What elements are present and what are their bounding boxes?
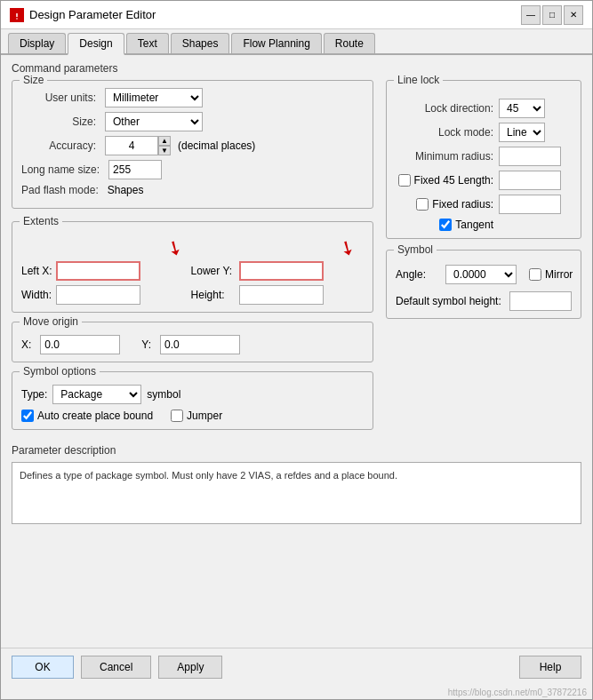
left-x-label: Left X: (21, 265, 52, 277)
move-x-input[interactable]: 0.0 (40, 335, 120, 354)
pad-flash-label: Pad flash mode: (21, 184, 104, 196)
fixed-radius-checkbox-label[interactable]: Fixed radius: (396, 198, 493, 211)
tab-display[interactable]: Display (8, 33, 66, 53)
default-height-row: Default symbol height: 3.8100 (396, 291, 572, 311)
param-desc-box: Defines a type of package symbol. Must o… (12, 462, 581, 524)
move-origin-row: X: 0.0 Y: 0.0 (21, 335, 364, 354)
bottom-bar: OK Cancel Apply Help (1, 648, 592, 686)
symbol-group-title: Symbol (394, 243, 437, 256)
min-radius-label: Minimum radius: (396, 150, 493, 163)
lock-dir-label: Lock direction: (396, 102, 493, 115)
size-row: Size: Other A B C D (21, 112, 364, 131)
minimize-button[interactable]: — (521, 5, 541, 25)
window-title: Design Parameter Editor (29, 8, 156, 21)
lock-dir-select[interactable]: 45 90 Any (499, 99, 545, 118)
content-area: Command parameters Size User units: Mill… (1, 55, 592, 648)
help-button[interactable]: Help (519, 656, 581, 679)
long-name-row: Long name size: 255 (21, 160, 364, 179)
symbol-options-title: Symbol options (20, 365, 100, 378)
left-x-input[interactable]: -100.0000 (56, 261, 140, 281)
type-label: Type: (21, 388, 47, 401)
height-label: Height: (191, 289, 232, 301)
fixed-radius-row: Fixed radius: 0.6350 (396, 195, 572, 214)
long-name-label: Long name size: (21, 163, 105, 176)
title-bar: Design Parameter Editor — □ ✕ (1, 1, 592, 29)
default-height-input[interactable]: 3.8100 (509, 291, 572, 311)
tangent-row: Tangent (396, 219, 572, 231)
size-select[interactable]: Other A B C D (105, 112, 203, 131)
accuracy-down-button[interactable]: ▼ (158, 146, 171, 155)
long-name-input[interactable]: 255 (108, 160, 162, 179)
fixed-radius-checkbox[interactable] (416, 198, 429, 211)
user-units-label: User units: (21, 91, 101, 104)
lower-y-label: Lower Y: (191, 265, 232, 277)
height-input[interactable]: 431.8000 (239, 285, 324, 305)
tangent-checkbox-label[interactable]: Tangent (396, 219, 493, 231)
tab-shapes[interactable]: Shapes (171, 33, 230, 53)
line-lock-group: Line lock Lock direction: 45 90 Any Lock… (386, 80, 581, 239)
left-arrow-icon: ➘ (161, 234, 187, 262)
angle-select[interactable]: 0.0000 45.0000 90.0000 180.0000 (445, 265, 517, 284)
pad-flash-value: Shapes (108, 184, 144, 196)
title-bar-left: Design Parameter Editor (10, 8, 156, 22)
mirror-checkbox-label[interactable]: Mirror (529, 268, 573, 281)
fixed45-checkbox[interactable] (398, 174, 411, 187)
type-suffix: symbol (147, 388, 180, 401)
jumper-label: Jumper (187, 410, 222, 422)
type-select[interactable]: Package Format Mechanical (52, 385, 141, 404)
left-column: Size User units: Millimeter Inch Mils Si… (12, 80, 373, 439)
accuracy-suffix: (decimal places) (178, 139, 255, 152)
accuracy-spinner-buttons: ▲ ▼ (158, 136, 171, 155)
bottom-left-buttons: OK Cancel Apply (12, 656, 222, 679)
move-y-label: Y: (141, 338, 151, 351)
tab-text[interactable]: Text (126, 33, 169, 53)
lock-mode-label: Lock mode: (396, 126, 493, 139)
accuracy-up-button[interactable]: ▲ (158, 136, 171, 146)
fixed-radius-input[interactable]: 0.6350 (499, 195, 561, 214)
cancel-button[interactable]: Cancel (81, 656, 151, 679)
maximize-button[interactable]: □ (542, 5, 562, 25)
fixed45-label: Fixed 45 Length: (414, 174, 493, 187)
right-column: Line lock Lock direction: 45 90 Any Lock… (386, 80, 581, 439)
jumper-checkbox-label[interactable]: Jumper (171, 410, 222, 422)
fixed45-checkbox-label[interactable]: Fixed 45 Length: (396, 174, 493, 187)
fixed45-input[interactable]: 0.6350 (499, 171, 561, 190)
lower-y-input[interactable]: -100.0000 (239, 261, 324, 281)
mirror-checkbox[interactable] (529, 268, 541, 281)
accuracy-label: Accuracy: (21, 139, 101, 152)
tab-design[interactable]: Design (68, 33, 124, 55)
accuracy-spinner: 4 ▲ ▼ (105, 136, 171, 155)
ok-button[interactable]: OK (12, 656, 74, 679)
jumper-checkbox[interactable] (171, 410, 183, 422)
fixed45-row: Fixed 45 Length: 0.6350 (396, 171, 572, 190)
min-radius-row: Minimum radius: 0.0000 (396, 147, 572, 166)
svg-point-2 (16, 18, 18, 20)
auto-create-checkbox-label[interactable]: Auto create place bound (21, 410, 153, 422)
lock-mode-row: Lock mode: Line Arc (396, 123, 572, 142)
apply-button[interactable]: Apply (158, 656, 222, 679)
tab-flow-planning[interactable]: Flow Planning (231, 33, 321, 53)
tab-route[interactable]: Route (324, 33, 375, 53)
lock-mode-select[interactable]: Line Arc (499, 123, 545, 142)
param-desc-text: Defines a type of package symbol. Must o… (20, 470, 397, 481)
user-units-row: User units: Millimeter Inch Mils (21, 88, 364, 107)
close-button[interactable]: ✕ (564, 5, 583, 25)
tangent-checkbox[interactable] (439, 219, 452, 231)
main-layout: Size User units: Millimeter Inch Mils Si… (12, 80, 581, 439)
app-icon (10, 8, 24, 22)
symbol-options-check-row: Auto create place bound Jumper (21, 410, 364, 422)
move-y-input[interactable]: 0.0 (160, 335, 240, 354)
angle-row: Angle: 0.0000 45.0000 90.0000 180.0000 M… (396, 265, 572, 284)
command-params-label: Command parameters (12, 62, 581, 75)
tab-bar: Display Design Text Shapes Flow Planning… (1, 29, 592, 55)
accuracy-input[interactable]: 4 (105, 136, 158, 155)
user-units-select[interactable]: Millimeter Inch Mils (105, 88, 203, 107)
auto-create-label: Auto create place bound (37, 410, 153, 422)
mirror-label: Mirror (545, 268, 573, 281)
width-input[interactable]: 533.4000 (56, 285, 140, 305)
default-height-label: Default symbol height: (396, 295, 501, 307)
symbol-options-group: Symbol options Type: Package Format Mech… (12, 371, 373, 430)
accuracy-row: Accuracy: 4 ▲ ▼ (decimal places) (21, 136, 364, 155)
min-radius-input[interactable]: 0.0000 (499, 147, 561, 166)
auto-create-checkbox[interactable] (21, 410, 34, 422)
